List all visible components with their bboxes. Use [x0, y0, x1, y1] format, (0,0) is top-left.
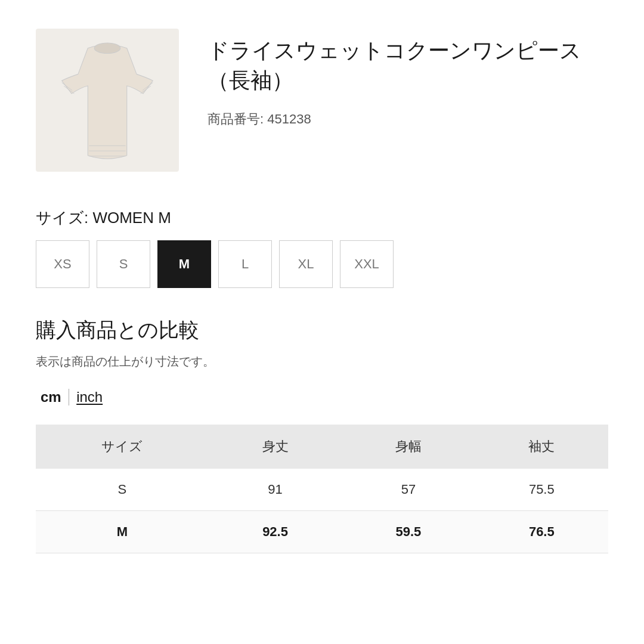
cell-body-width-m: 59.5: [342, 511, 475, 553]
comparison-subtitle: 表示は商品の仕上がり寸法です。: [36, 354, 608, 370]
size-button-xxl[interactable]: XXL: [340, 240, 394, 288]
product-info: ドライスウェットコクーンワンピース（長袖） 商品番号: 451238: [208, 29, 608, 128]
page-container: ドライスウェットコクーンワンピース（長袖） 商品番号: 451238 サイズ: …: [0, 0, 644, 601]
table-header-row: サイズ 身丈 身幅 袖丈: [36, 425, 608, 469]
size-buttons: XS S M L XL XXL: [36, 240, 608, 288]
cell-size-m: M: [36, 511, 209, 553]
product-header: ドライスウェットコクーンワンピース（長袖） 商品番号: 451238: [36, 29, 608, 172]
size-button-xs[interactable]: XS: [36, 240, 89, 288]
unit-toggle: cm inch: [36, 386, 608, 408]
col-header-body-length: 身丈: [209, 425, 342, 469]
table-row: S 91 57 75.5: [36, 469, 608, 511]
size-button-m[interactable]: M: [157, 240, 211, 288]
cell-size-s: S: [36, 469, 209, 511]
table-body: S 91 57 75.5 M 92.5 59.5 76.5: [36, 469, 608, 553]
cell-sleeve-m: 76.5: [475, 511, 608, 553]
size-label: サイズ: WOMEN M: [36, 208, 608, 228]
size-button-l[interactable]: L: [218, 240, 272, 288]
size-section: サイズ: WOMEN M XS S M L XL XXL: [36, 208, 608, 288]
col-header-body-width: 身幅: [342, 425, 475, 469]
size-table: サイズ 身丈 身幅 袖丈 S 91 57 75.5 M 92.5 59.5 76: [36, 425, 608, 553]
size-button-xl[interactable]: XL: [279, 240, 333, 288]
svg-point-0: [94, 43, 120, 53]
table-header: サイズ 身丈 身幅 袖丈: [36, 425, 608, 469]
size-button-s[interactable]: S: [97, 240, 150, 288]
unit-cm-button[interactable]: cm: [36, 386, 66, 408]
product-image: [36, 29, 179, 172]
comparison-section: 購入商品との比較 表示は商品の仕上がり寸法です。 cm inch サイズ 身丈 …: [36, 317, 608, 553]
cell-body-length-m: 92.5: [209, 511, 342, 553]
table-row-highlighted: M 92.5 59.5 76.5: [36, 511, 608, 553]
unit-inch-button[interactable]: inch: [72, 386, 107, 408]
comparison-title: 購入商品との比較: [36, 317, 608, 344]
product-number: 商品番号: 451238: [208, 110, 608, 128]
unit-divider: [69, 389, 70, 405]
col-header-sleeve: 袖丈: [475, 425, 608, 469]
cell-sleeve-s: 75.5: [475, 469, 608, 511]
product-name: ドライスウェットコクーンワンピース（長袖）: [208, 36, 608, 96]
dress-illustration: [36, 29, 179, 172]
col-header-size: サイズ: [36, 425, 209, 469]
cell-body-width-s: 57: [342, 469, 475, 511]
cell-body-length-s: 91: [209, 469, 342, 511]
